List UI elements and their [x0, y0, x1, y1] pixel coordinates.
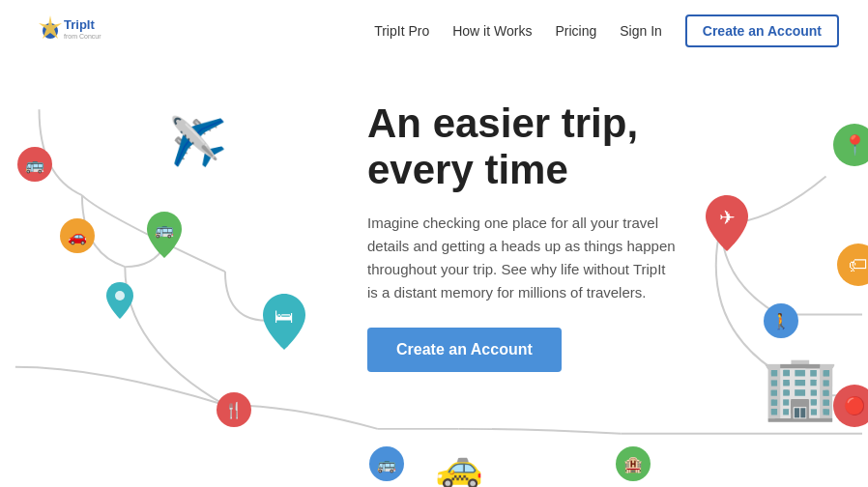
svg-point-5: [115, 291, 125, 301]
pin-flight-red: ✈: [706, 195, 748, 251]
pin-partial-orange: 🏷: [837, 244, 868, 286]
tripit-logo: TripIt from Concur: [29, 12, 164, 50]
food-circle-icon: 🍴: [217, 392, 251, 427]
pin-walk: 🚶: [764, 303, 798, 338]
pin-partial-red: 🔴: [833, 385, 868, 427]
pin-car: 🚗: [60, 218, 95, 253]
teal-map-pin: [106, 282, 133, 319]
pin-food: 🍴: [217, 392, 251, 427]
building-icon: 🏢: [762, 352, 839, 424]
nav-pricing[interactable]: Pricing: [555, 23, 596, 39]
svg-text:TripIt: TripIt: [64, 17, 95, 32]
car-circle-icon: 🚗: [60, 218, 95, 253]
nav-sign-in[interactable]: Sign In: [620, 23, 662, 39]
hero-body: Imagine checking one place for all your …: [367, 212, 677, 304]
hero-cta-button[interactable]: Create an Account: [367, 328, 562, 372]
svg-text:✈: ✈: [719, 207, 736, 228]
teal-hotel-pin: 🛏: [263, 294, 305, 350]
svg-text:🛏: 🛏: [275, 305, 294, 327]
orange-partial-icon: 🏷: [837, 244, 868, 286]
green-partial-icon: 📍: [833, 124, 868, 166]
green-map-pin: 🚌: [147, 212, 182, 258]
pin-bus-top: 🚌: [17, 147, 52, 182]
hero-section: ✈️ 🚌 🚗 🚌 🛏 🍴 🚌 🚕: [0, 62, 868, 487]
pin-hotel-bottom: 🏨: [616, 446, 651, 481]
svg-text:🚌: 🚌: [155, 220, 174, 239]
bus-circle-icon: 🚌: [17, 147, 52, 182]
red-flight-pin: ✈: [706, 195, 748, 251]
hotel-circle-icon: 🏨: [616, 446, 651, 481]
pin-hotel-teal: 🛏: [263, 294, 305, 350]
hero-headline: An easier trip, every time: [367, 100, 677, 194]
nav-how-it-works[interactable]: How it Works: [452, 23, 532, 39]
nav-tripit-pro[interactable]: TripIt Pro: [374, 23, 429, 39]
pin-location-teal: [106, 282, 133, 319]
red-partial-icon: 🔴: [833, 385, 868, 427]
bus-bottom-icon: 🚌: [369, 446, 404, 481]
pin-bus-bottom: 🚌: [369, 446, 404, 481]
main-nav: TripIt Pro How it Works Pricing Sign In …: [374, 14, 839, 47]
airplane-icon: ✈️: [169, 115, 227, 169]
site-header: TripIt from Concur TripIt Pro How it Wor…: [0, 0, 868, 62]
pin-partial-green: 📍: [833, 124, 868, 166]
pin-bus-green: 🚌: [147, 212, 182, 258]
hero-content: An easier trip, every time Imagine check…: [367, 100, 677, 372]
nav-create-account-button[interactable]: Create an Account: [685, 14, 839, 47]
taxi-icon: 🚕: [435, 444, 483, 487]
logo: TripIt from Concur: [29, 12, 164, 50]
svg-text:from Concur: from Concur: [64, 33, 101, 40]
walk-circle-icon: 🚶: [764, 303, 798, 338]
